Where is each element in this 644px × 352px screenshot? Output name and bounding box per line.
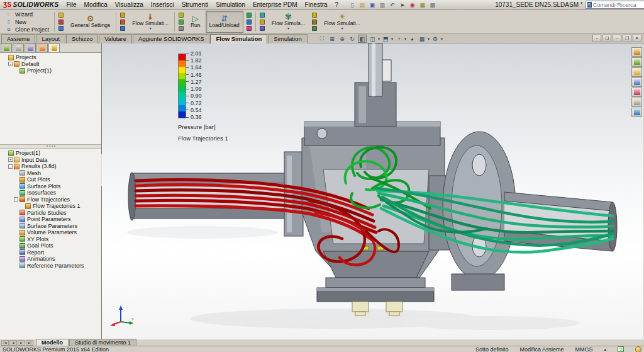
clone-project-button[interactable]: ⧉ Clone Project xyxy=(1,26,52,33)
close-icon[interactable]: ✕ xyxy=(633,35,641,42)
scroll-last-icon[interactable]: ▶| xyxy=(26,340,33,346)
menu-item-enterprise-pdm[interactable]: Enterprise PDM xyxy=(249,1,301,9)
chevron-down-icon[interactable]: ▾ xyxy=(391,37,393,41)
chevron-down-icon[interactable]: ▾ xyxy=(428,37,430,41)
menu-item--[interactable]: ? xyxy=(331,1,343,9)
chevron-down-icon[interactable]: ▾ xyxy=(378,37,380,41)
tab-flow-simulation[interactable]: Flow Simulation xyxy=(210,34,267,43)
flow-simulation-display-button[interactable]: ☀︎ Flow Simulati... ▾ xyxy=(320,11,364,33)
print-icon[interactable]: ▥ xyxy=(377,1,387,9)
open-icon[interactable]: ▤ xyxy=(357,1,367,9)
custom-properties-button[interactable] xyxy=(631,98,642,107)
view-palette-button[interactable] xyxy=(631,77,642,87)
rotate-view-icon[interactable]: ↻ xyxy=(348,35,357,43)
search-input[interactable] xyxy=(593,2,644,8)
menu-item-simulation[interactable]: Simulation xyxy=(212,1,249,9)
toolbar-mini-icon[interactable] xyxy=(258,19,267,25)
quick-tips-icon[interactable]: ? xyxy=(618,346,624,352)
zoom-to-area-icon[interactable]: ⊞ xyxy=(328,35,336,43)
toolbar-mini-icon[interactable] xyxy=(57,19,65,25)
tree-item-flow-trajectories-1[interactable]: Flow Trajectories 1 xyxy=(3,203,101,210)
tree-item-results-3-fld-[interactable]: -Results (3.fld) xyxy=(3,163,101,170)
tab-valutare[interactable]: Valutare xyxy=(99,34,132,43)
zoom-to-fit-icon[interactable]: ⛶ xyxy=(318,35,326,43)
restore-icon[interactable]: ❐ xyxy=(623,35,631,42)
new-document-icon[interactable]: ▯ xyxy=(347,1,357,9)
window-icon[interactable]: ▫ xyxy=(592,35,601,42)
general-settings-button[interactable]: ⚙︎ General Settings xyxy=(67,11,114,33)
tree-item-input-data[interactable]: +Input Data xyxy=(3,156,101,163)
tree-item-xy-plots[interactable]: XY Plots xyxy=(3,236,101,242)
toolbar-mini-icon[interactable] xyxy=(258,25,267,31)
tree-item-volume-parameters[interactable]: Volume Parameters xyxy=(3,229,101,236)
save-icon[interactable]: ▣ xyxy=(367,1,377,9)
design-library-button[interactable] xyxy=(631,57,642,67)
edit-appearance-icon[interactable]: ◕ xyxy=(408,35,416,43)
file-explorer-button[interactable] xyxy=(631,67,642,77)
tab-aggiunte-solidworks[interactable]: Aggiunte SOLIDWORKS xyxy=(133,34,210,43)
units-selector[interactable]: MMGS xyxy=(575,346,592,352)
tree-item-point-parameters[interactable]: Point Parameters xyxy=(3,216,101,223)
tab-simulation[interactable]: Simulation xyxy=(268,34,307,43)
menu-item-modifica[interactable]: Modifica xyxy=(80,1,111,9)
tree-item-default[interactable]: -Default xyxy=(3,61,101,68)
run-button[interactable]: ▷ Run xyxy=(187,11,204,33)
toolbar-mini-icon[interactable] xyxy=(258,12,267,18)
view-orientation-icon[interactable]: ⬒ xyxy=(381,35,390,43)
undo-icon[interactable]: ↶ xyxy=(387,1,397,9)
section-view-icon[interactable]: ◧ xyxy=(358,35,367,43)
hide-show-items-icon[interactable]: ◔ xyxy=(394,35,403,43)
tree-item-mesh[interactable]: Mesh xyxy=(3,169,101,176)
file-properties-icon[interactable]: ▦ xyxy=(418,1,427,9)
menu-item-finestra[interactable]: Finestra xyxy=(301,1,331,9)
scroll-next-icon[interactable]: ▶ xyxy=(18,340,25,346)
menu-item-visualizza[interactable]: Visualizza xyxy=(111,1,147,9)
chevron-down-icon[interactable]: ▾ xyxy=(441,37,443,41)
tree-item-projects[interactable]: Projects xyxy=(3,54,101,61)
panel-tab-0[interactable] xyxy=(1,43,12,52)
tree-item-particle-studies[interactable]: Particle Studies xyxy=(3,209,101,216)
graphics-viewport[interactable]: 2.011.821.641.461.271.090.900.720.540.36… xyxy=(102,43,643,339)
toolbar-mini-icon[interactable] xyxy=(310,12,319,18)
flow-simulation-menu-button[interactable]: 🌡︎ Flow Simulati... ▾ xyxy=(128,11,172,33)
toolbar-mini-icon[interactable] xyxy=(118,19,127,25)
toolbar-mini-icon[interactable] xyxy=(177,25,186,31)
appearances-button[interactable] xyxy=(631,88,642,97)
tree-item-surface-plots[interactable]: Surface Plots xyxy=(3,183,101,190)
wizard-button[interactable]: ✨︎ Wizard xyxy=(1,11,52,18)
panel-tab-2[interactable] xyxy=(25,43,36,52)
model-tab-modello[interactable]: Modello xyxy=(36,339,69,346)
tree-expander-icon[interactable]: - xyxy=(8,164,13,169)
toolbar-mini-icon[interactable] xyxy=(245,12,253,18)
tree-item-project-1-root[interactable]: Project(1) xyxy=(3,150,101,157)
toolbar-mini-icon[interactable] xyxy=(310,25,319,31)
toolbar-mini-icon[interactable] xyxy=(118,12,127,18)
chevron-down-icon[interactable]: ▾ xyxy=(404,37,406,41)
menu-item-strumenti[interactable]: Strumenti xyxy=(177,1,212,9)
model-tab-studio-di-movimento-1[interactable]: Studio di movimento 1 xyxy=(69,339,136,346)
select-icon[interactable]: ➤ xyxy=(397,1,407,9)
display-style-icon[interactable]: ◫ xyxy=(368,35,377,43)
tree-splitter[interactable] xyxy=(0,144,101,149)
solidworks-resources-button[interactable] xyxy=(631,47,642,57)
menu-item-inserisci[interactable]: Inserisci xyxy=(147,1,178,9)
apply-scene-icon[interactable]: ▦ xyxy=(418,35,426,43)
tree-item-project-1-[interactable]: Project(1) xyxy=(3,67,101,74)
tab-layout[interactable]: Layout xyxy=(36,34,65,43)
toolbar-mini-icon[interactable] xyxy=(57,12,65,18)
tree-item-animations[interactable]: Animations xyxy=(3,256,101,263)
panel-tab-3[interactable] xyxy=(36,43,48,52)
new-project-button[interactable]: ▯ New xyxy=(1,18,52,26)
panel-tab-1[interactable] xyxy=(13,43,24,52)
load-unload-button[interactable]: ⇵ Load/Unload xyxy=(206,11,243,33)
view-settings-icon[interactable]: ⚙ xyxy=(431,35,440,43)
toolbar-mini-icon[interactable] xyxy=(245,19,253,25)
toolbar-mini-icon[interactable] xyxy=(310,19,319,25)
minimize-icon[interactable]: ─ xyxy=(613,35,621,42)
tree-expander-icon[interactable]: + xyxy=(8,157,13,162)
tree-item-cut-plots[interactable]: Cut Plots xyxy=(3,176,101,183)
scroll-first-icon[interactable]: |◀ xyxy=(1,340,9,346)
tree-item-goal-plots[interactable]: Goal Plots xyxy=(3,242,101,249)
toolbar-mini-icon[interactable] xyxy=(177,12,186,18)
panel-tab-4[interactable] xyxy=(48,43,60,52)
